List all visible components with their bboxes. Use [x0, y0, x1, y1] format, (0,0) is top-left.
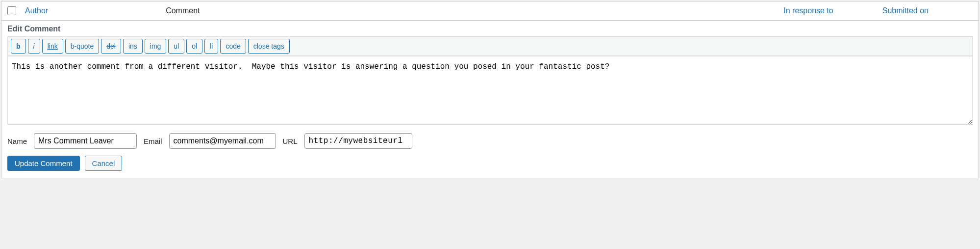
cancel-button[interactable]: Cancel — [85, 156, 123, 171]
name-input[interactable] — [34, 133, 137, 149]
update-comment-button[interactable]: Update Comment — [7, 156, 80, 171]
header-row: Author Comment In response to Submitted … — [1, 1, 979, 21]
column-submitted-on[interactable]: Submitted on — [882, 6, 929, 15]
qt-close-tags-button[interactable]: close tags — [248, 39, 290, 54]
qt-ins-button[interactable]: ins — [123, 39, 143, 54]
quicktags-row: b i link b-quote del ins img ul ol li co… — [11, 39, 969, 54]
email-input[interactable] — [169, 133, 276, 149]
qt-italic-button[interactable]: i — [28, 39, 40, 54]
actions-row: Update Comment Cancel — [7, 156, 973, 171]
quicktags-toolbar: b i link b-quote del ins img ul ol li co… — [7, 36, 973, 56]
author-fields-row: Name Email URL — [7, 133, 973, 149]
qt-bquote-button[interactable]: b-quote — [65, 39, 99, 54]
url-input[interactable] — [304, 133, 412, 149]
qt-code-button[interactable]: code — [220, 39, 246, 54]
qt-bold-button[interactable]: b — [11, 39, 26, 54]
email-label: Email — [144, 137, 162, 145]
column-author[interactable]: Author — [25, 6, 48, 15]
comment-table: Author Comment In response to Submitted … — [1, 1, 979, 178]
name-label: Name — [7, 137, 27, 145]
column-in-response-to[interactable]: In response to — [783, 6, 833, 15]
comment-textarea[interactable] — [7, 56, 973, 125]
edit-comment-panel: Edit Comment b i link b-quote del ins im… — [1, 21, 979, 178]
qt-li-button[interactable]: li — [204, 39, 218, 54]
url-label: URL — [283, 137, 298, 145]
qt-ul-button[interactable]: ul — [168, 39, 184, 54]
qt-del-button[interactable]: del — [101, 39, 121, 54]
column-comment: Comment — [166, 6, 200, 15]
select-all-checkbox[interactable] — [7, 6, 16, 15]
qt-link-button[interactable]: link — [42, 39, 63, 54]
qt-img-button[interactable]: img — [145, 39, 167, 54]
edit-comment-title: Edit Comment — [7, 25, 973, 33]
qt-ol-button[interactable]: ol — [186, 39, 202, 54]
